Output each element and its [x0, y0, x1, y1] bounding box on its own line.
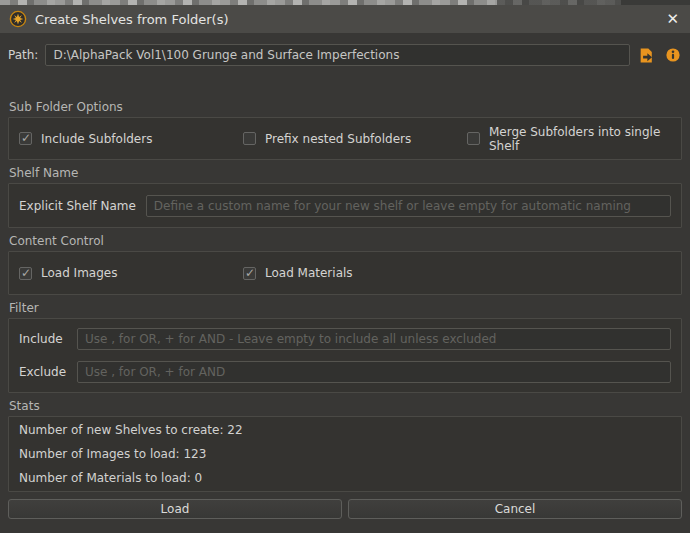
dialog-titlebar: Create Shelves from Folder(s) ✕: [0, 5, 690, 33]
path-label: Path:: [8, 48, 38, 62]
include-subfolders-label: Include Subfolders: [41, 132, 152, 146]
section-title-stats: Stats: [9, 399, 681, 414]
section-title-content-control: Content Control: [9, 234, 681, 249]
exclude-label: Exclude: [19, 365, 67, 379]
include-input[interactable]: [77, 328, 671, 350]
section-title-sub-folder-options: Sub Folder Options: [9, 100, 681, 115]
content-control-panel: Load Images Load Materials: [8, 251, 682, 295]
stats-panel: Number of new Shelves to create: 22 Numb…: [8, 416, 682, 492]
merge-subfolders-checkbox[interactable]: [467, 132, 480, 145]
info-icon[interactable]: [663, 46, 682, 65]
merge-subfolders-label: Merge Subfolders into single Shelf: [489, 125, 681, 153]
filter-exclude-row: Exclude: [19, 361, 671, 383]
load-button[interactable]: Load: [8, 499, 342, 519]
app-logo-icon: [9, 10, 27, 28]
load-images-checkbox[interactable]: [19, 267, 32, 280]
shelf-name-panel: Explicit Shelf Name: [8, 183, 682, 228]
stat-images-to-load: Number of Images to load: 123: [19, 444, 671, 465]
filter-include-row: Include: [19, 328, 671, 350]
load-images-option: Load Images: [9, 266, 233, 280]
dialog-title: Create Shelves from Folder(s): [35, 12, 656, 27]
load-images-label: Load Images: [41, 266, 117, 280]
include-subfolders-checkbox[interactable]: [19, 132, 32, 145]
dialog-button-row: Load Cancel: [8, 499, 682, 519]
include-subfolders-option: Include Subfolders: [9, 132, 233, 146]
browse-folder-icon[interactable]: [637, 46, 656, 65]
stat-materials-to-load: Number of Materials to load: 0: [19, 468, 671, 489]
filter-panel: Include Exclude: [8, 318, 682, 393]
exclude-input[interactable]: [77, 361, 671, 383]
explicit-shelf-name-input[interactable]: [146, 195, 671, 217]
merge-subfolders-option: Merge Subfolders into single Shelf: [457, 125, 681, 153]
include-label: Include: [19, 332, 67, 346]
cancel-button[interactable]: Cancel: [348, 499, 682, 519]
close-icon[interactable]: ✕: [664, 12, 681, 27]
section-title-filter: Filter: [9, 301, 681, 316]
load-materials-option: Load Materials: [233, 266, 457, 280]
prefix-nested-subfolders-option: Prefix nested Subfolders: [233, 132, 457, 146]
path-input[interactable]: [45, 44, 630, 66]
prefix-nested-subfolders-checkbox[interactable]: [243, 132, 256, 145]
explicit-shelf-name-label: Explicit Shelf Name: [19, 199, 136, 213]
sub-folder-options-panel: Include Subfolders Prefix nested Subfold…: [8, 117, 682, 160]
path-row: Path:: [8, 44, 682, 66]
load-materials-checkbox[interactable]: [243, 267, 256, 280]
create-shelves-dialog: Create Shelves from Folder(s) ✕ Path: Su…: [0, 0, 690, 533]
load-materials-label: Load Materials: [265, 266, 353, 280]
prefix-nested-subfolders-label: Prefix nested Subfolders: [265, 132, 411, 146]
stat-shelves-to-create: Number of new Shelves to create: 22: [19, 420, 671, 441]
section-title-shelf-name: Shelf Name: [9, 166, 681, 181]
